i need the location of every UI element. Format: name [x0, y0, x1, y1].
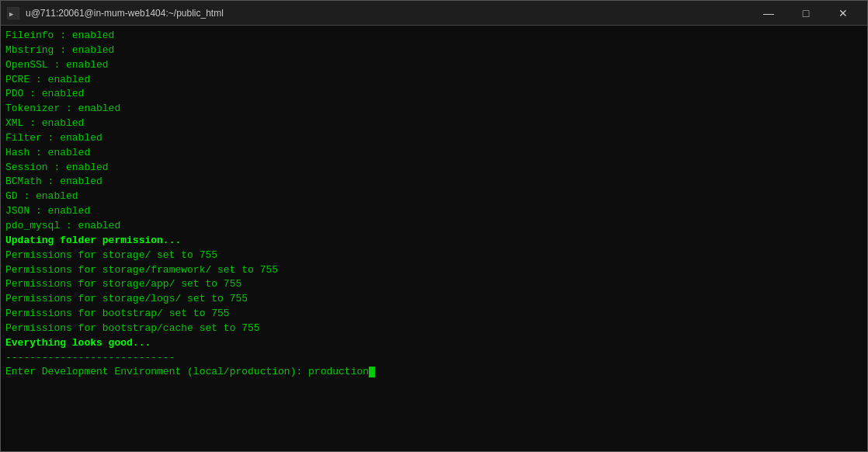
terminal-body[interactable]: Fileinfo : enabledMbstring : enabledOpen… [1, 26, 867, 451]
close-button[interactable]: ✕ [825, 2, 861, 25]
window-title: u@711:20061@in-mum-web1404:~/public_html [26, 8, 224, 19]
minimize-button[interactable]: — [751, 2, 786, 25]
terminal-window: ▶ u@711:20061@in-mum-web1404:~/public_ht… [0, 0, 868, 452]
svg-text:▶: ▶ [9, 10, 14, 18]
title-bar-left: ▶ u@711:20061@in-mum-web1404:~/public_ht… [7, 7, 224, 19]
window-controls: — □ ✕ [751, 2, 861, 25]
cursor-blink [369, 367, 375, 377]
terminal-output: Fileinfo : enabledMbstring : enabledOpen… [5, 29, 863, 380]
title-bar: ▶ u@711:20061@in-mum-web1404:~/public_ht… [1, 1, 867, 26]
terminal-icon: ▶ [7, 7, 19, 19]
maximize-button[interactable]: □ [788, 2, 824, 25]
